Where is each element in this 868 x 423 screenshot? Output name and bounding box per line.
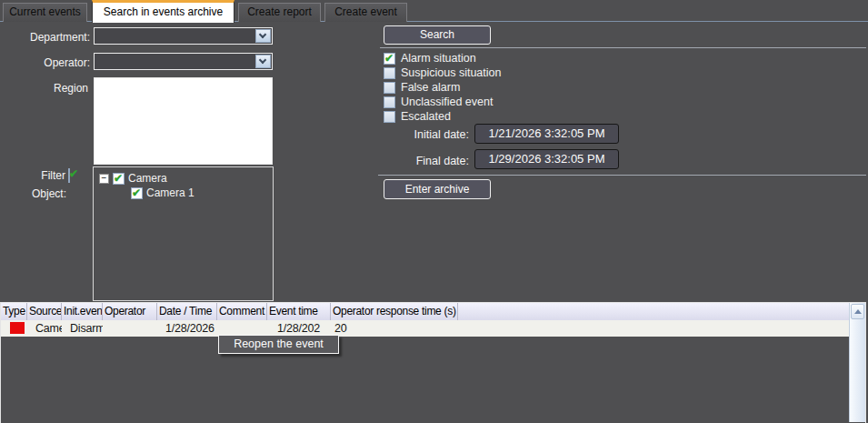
object-label: Object: [0, 187, 66, 200]
event-type-row: Alarm situation [384, 52, 476, 65]
tab-create-report[interactable]: Create report [238, 3, 321, 22]
initial-date-label: Initial date: [360, 128, 469, 141]
false-alarm-label: False alarm [401, 81, 460, 94]
final-date-picker[interactable]: 1/29/2026 3:32:05 PM [474, 149, 619, 169]
tree-node-camera[interactable]: − Camera [99, 172, 167, 185]
column-header-comment[interactable]: Comment [217, 303, 267, 320]
init-event-cell: Disarme [62, 320, 103, 337]
column-header-operator-response-time[interactable]: Operator response time (s) [331, 303, 458, 320]
event-type-row: Unclassified event [384, 96, 493, 108]
object-tree: − Camera Camera 1 [93, 166, 274, 301]
department-dropdown-button[interactable] [255, 29, 271, 43]
column-header-event-time[interactable]: Event time [267, 303, 331, 320]
results-table: Type Source Init.event Operator Date / T… [0, 302, 866, 423]
region-label: Region [0, 82, 88, 95]
department-label: Department: [0, 31, 90, 44]
column-header-date-time[interactable]: Date / Time [157, 303, 217, 320]
alarm-situation-checkbox[interactable] [384, 53, 395, 65]
separator [380, 47, 866, 48]
camera-checkbox[interactable] [113, 173, 125, 185]
context-menu: Reopen the event [218, 335, 339, 354]
enter-archive-button[interactable]: Enter archive [384, 179, 491, 199]
row-filler [458, 320, 865, 337]
column-header-operator[interactable]: Operator [103, 303, 157, 320]
search-button[interactable]: Search [384, 25, 491, 45]
department-select[interactable] [94, 27, 273, 45]
event-type-row: False alarm [384, 81, 460, 94]
scroll-up-button[interactable] [851, 304, 864, 319]
alarm-situation-label: Alarm situation [401, 52, 476, 65]
tab-create-event[interactable]: Create event [324, 3, 407, 22]
initial-date-picker[interactable]: 1/21/2026 3:32:05 PM [474, 124, 619, 144]
column-header-type[interactable]: Type [1, 303, 27, 320]
column-header-filler [458, 303, 865, 320]
tree-node-label: Camera 1 [146, 186, 195, 199]
table-row[interactable]: Came Disarme 1/28/2026 1/28/202 20 [1, 320, 865, 337]
camera-1-checkbox[interactable] [131, 187, 143, 199]
escalated-label: Escalated [401, 110, 451, 123]
escalated-checkbox[interactable] [384, 111, 395, 123]
chevron-up-icon [854, 309, 862, 314]
unclassified-event-checkbox[interactable] [384, 96, 395, 108]
tab-bar: Current events Search in events archive … [0, 0, 868, 22]
operator-cell [103, 320, 157, 337]
tab-current-events[interactable]: Current events [3, 3, 87, 22]
tab-search-events-archive[interactable]: Search in events archive [92, 0, 234, 23]
region-listbox[interactable] [94, 77, 273, 165]
vertical-scrollbar[interactable] [849, 303, 865, 422]
final-date-label: Final date: [360, 155, 469, 167]
menu-item-reopen-event[interactable]: Reopen the event [219, 336, 338, 353]
unclassified-event-label: Unclassified event [401, 96, 493, 108]
tree-collapse-toggle[interactable]: − [99, 174, 109, 184]
filter-checkbox[interactable] [68, 168, 70, 183]
tree-node-label: Camera [128, 172, 167, 185]
column-header-init-event[interactable]: Init.event [62, 303, 103, 320]
alarm-type-color-indicator [10, 322, 25, 334]
operator-label: Operator: [0, 56, 90, 69]
event-type-row: Suspicious situation [384, 66, 501, 79]
column-header-source[interactable]: Source [27, 303, 62, 320]
response-time-cell: 20 [331, 320, 458, 337]
chevron-down-icon [259, 56, 266, 64]
table-header-row: Type Source Init.event Operator Date / T… [1, 303, 865, 320]
chevron-down-icon [259, 31, 266, 38]
source-cell: Came [27, 320, 62, 337]
false-alarm-checkbox[interactable] [384, 82, 395, 94]
operator-select[interactable] [94, 53, 273, 70]
event-type-row: Escalated [384, 110, 451, 123]
separator [378, 175, 866, 176]
suspicious-situation-checkbox[interactable] [384, 67, 395, 79]
event-type-cell [1, 320, 27, 337]
filter-label: Filter [0, 169, 65, 182]
tree-node-camera-1[interactable]: Camera 1 [131, 186, 195, 199]
date-time-cell: 1/28/2026 [157, 320, 217, 337]
suspicious-situation-label: Suspicious situation [401, 66, 501, 79]
operator-dropdown-button[interactable] [255, 55, 271, 68]
